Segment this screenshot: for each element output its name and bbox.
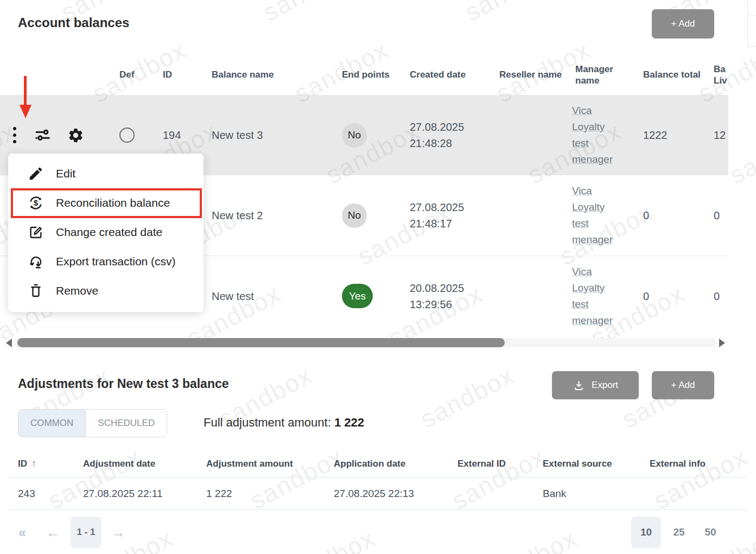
- cell-created-date: 27.08.2025 21:48:17: [399, 175, 488, 256]
- scroll-left-arrow-icon[interactable]: [6, 339, 12, 347]
- context-menu: Edit $ Reconciliation balance Change cre…: [8, 154, 204, 312]
- previous-page-button[interactable]: ←: [43, 517, 63, 548]
- first-page-button[interactable]: «: [13, 517, 31, 548]
- cell-created-date: 27.08.2025 21:48:28: [399, 95, 488, 175]
- cell-adjustment-date: 27.08.2025 22:11: [74, 477, 197, 510]
- tab-common[interactable]: COMMON: [18, 410, 85, 437]
- header-end-points: End points: [331, 54, 399, 95]
- cell-end-points: No: [331, 95, 399, 175]
- header-application-date: Application date: [325, 450, 448, 477]
- created-date: 27.08.2025: [410, 201, 464, 213]
- created-time: 21:48:17: [410, 218, 452, 230]
- header-balance-total: Balance total: [632, 54, 703, 95]
- cell-balance-live: 12: [703, 95, 728, 175]
- scroll-right-arrow-icon[interactable]: [719, 339, 725, 347]
- cell-external-id: [448, 477, 533, 510]
- header-id[interactable]: ID ↑: [9, 450, 74, 477]
- header-def: Def: [109, 54, 152, 95]
- panel-edge-vertical: [747, 0, 748, 47]
- add-adjustment-button[interactable]: + Add: [652, 371, 714, 399]
- adjustment-row[interactable]: 243 27.08.2025 22:11 1 222 27.08.2025 22…: [9, 477, 747, 510]
- trash-icon: [28, 283, 44, 299]
- cell-created-date: 20.08.2025 13:29:56: [399, 256, 488, 336]
- page-size-50[interactable]: 50: [699, 517, 722, 548]
- created-date: 20.08.2025: [410, 282, 464, 294]
- gear-icon[interactable]: [67, 127, 84, 144]
- menu-item-label: Change created date: [56, 226, 162, 239]
- menu-item-label: Remove: [56, 284, 98, 297]
- cell-id: 243: [9, 477, 74, 510]
- manager-link[interactable]: Vica Loyalty test menager: [572, 264, 619, 329]
- sort-ascending-icon[interactable]: ↑: [31, 458, 36, 469]
- panel-edge-horizontal-bottom: [747, 46, 756, 47]
- cell-balance-total: 0: [632, 175, 703, 256]
- created-date: 27.08.2025: [410, 121, 464, 133]
- horizontal-scrollbar-thumb[interactable]: [17, 338, 505, 347]
- menu-item-edit[interactable]: Edit: [8, 159, 204, 188]
- cell-reseller-name: [488, 95, 564, 175]
- cell-balance-name: New test 3: [201, 95, 331, 175]
- header-balance-live: Ba Liv: [703, 54, 728, 95]
- header-actions: [0, 54, 109, 95]
- header-external-id: External ID: [448, 450, 533, 477]
- adjustments-table: ID ↑ Adjustment date Adjustment amount A…: [9, 450, 747, 510]
- export-button[interactable]: Export: [552, 371, 639, 399]
- cell-balance-total: 1222: [632, 95, 703, 175]
- sliders-icon[interactable]: [35, 127, 51, 143]
- adjustments-title: Adjustments for New test 3 balance: [18, 377, 229, 391]
- header-external-source: External source: [533, 450, 640, 477]
- cell-reseller-name: [488, 175, 564, 256]
- default-radio[interactable]: [119, 128, 135, 143]
- cell-balance-live: 0: [703, 175, 728, 256]
- header-balance-live-line1: Ba: [714, 64, 726, 74]
- screen: sandboxsandboxsandboxsandboxsandboxsandb…: [0, 0, 756, 554]
- cell-application-date: 27.08.2025 22:13: [325, 477, 448, 510]
- status-badge: No: [342, 203, 367, 228]
- page-title: Account balances: [18, 15, 129, 30]
- header-adjustment-date: Adjustment date: [74, 450, 197, 477]
- created-time: 21:48:28: [410, 137, 452, 149]
- cell-balance-name: New test: [201, 256, 331, 336]
- menu-item-label: Export transaction (csv): [56, 255, 176, 268]
- pagination: « ← 1 - 1 → 10 25 50: [0, 517, 756, 548]
- page-size-25[interactable]: 25: [668, 517, 690, 548]
- page-range[interactable]: 1 - 1: [71, 517, 101, 548]
- cell-balance-total: 0: [632, 256, 703, 336]
- export-button-label: Export: [592, 380, 618, 391]
- page-size-10[interactable]: 10: [631, 517, 661, 548]
- menu-item-reconciliation-balance[interactable]: $ Reconciliation balance: [8, 188, 204, 218]
- cell-external-source: Bank: [533, 477, 640, 510]
- tab-scheduled[interactable]: SCHEDULED: [85, 410, 167, 437]
- kebab-menu-icon[interactable]: [11, 125, 18, 145]
- header-created-date: Created date: [399, 54, 488, 95]
- cell-adjustment-amount: 1 222: [197, 477, 325, 510]
- cell-balance-live: 0: [703, 256, 728, 336]
- add-balance-button[interactable]: + Add: [652, 9, 714, 39]
- cell-manager-name: Vica Loyalty test menager: [564, 175, 632, 256]
- full-adjustment-amount-label: Full adjustment amount:: [204, 416, 331, 429]
- menu-item-change-created-date[interactable]: Change created date: [8, 218, 204, 247]
- panel-edge-horizontal-top: [747, 15, 756, 16]
- cell-end-points: No: [331, 175, 399, 256]
- manager-link[interactable]: Vica Loyalty test menager: [572, 103, 619, 168]
- cell-end-points: Yes: [331, 256, 399, 336]
- adjustments-tabs: COMMON SCHEDULED: [18, 409, 167, 437]
- cell-manager-name: Vica Loyalty test menager: [564, 95, 632, 175]
- header-id-label: ID: [18, 459, 27, 469]
- header-manager-name: Manager name: [564, 54, 632, 95]
- header-id: ID: [152, 54, 201, 95]
- download-icon: [573, 379, 585, 392]
- next-page-button[interactable]: →: [109, 517, 128, 548]
- manager-link[interactable]: Vica Loyalty test menager: [572, 183, 619, 248]
- cell-external-info: [640, 477, 747, 510]
- balances-header-row: Def ID Balance name End points Created d…: [0, 54, 728, 95]
- header-reseller-name: Reseller name: [488, 54, 564, 95]
- status-badge: Yes: [342, 284, 373, 308]
- header-balance-live-line2: Liv: [714, 75, 727, 86]
- header-external-info: External info: [640, 450, 747, 477]
- menu-item-remove[interactable]: Remove: [8, 276, 204, 305]
- menu-item-export-transaction-csv[interactable]: Export transaction (csv): [8, 247, 204, 276]
- svg-text:$: $: [34, 199, 38, 207]
- status-badge: No: [342, 123, 367, 148]
- calendar-edit-icon: [28, 224, 44, 240]
